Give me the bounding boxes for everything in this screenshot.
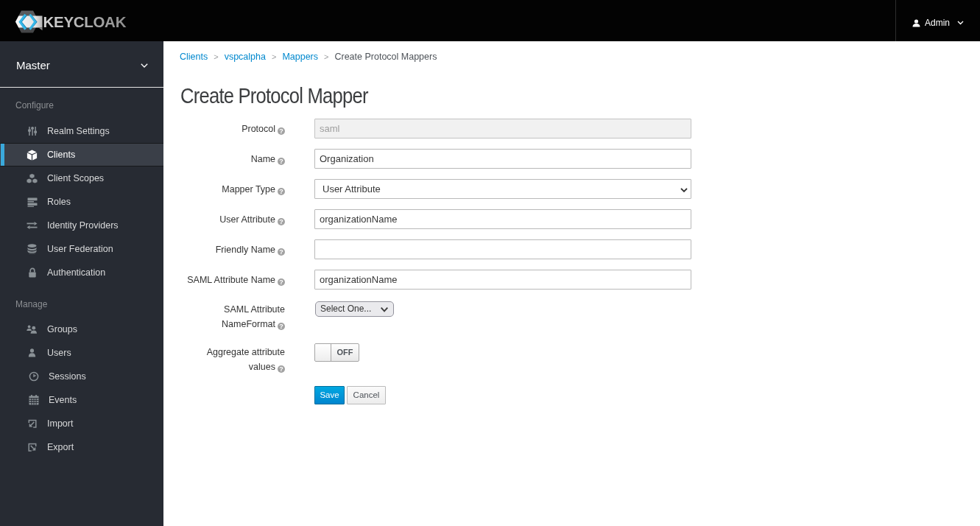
svg-text:KEYCLOAK: KEYCLOAK xyxy=(43,13,127,30)
